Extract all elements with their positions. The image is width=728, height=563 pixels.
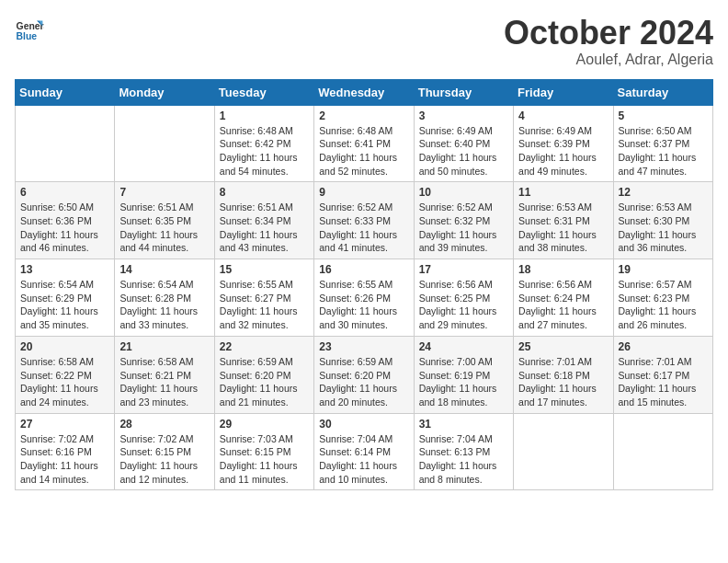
day-info: Sunrise: 6:54 AM Sunset: 6:28 PM Dayligh… xyxy=(119,278,209,332)
day-info: Sunrise: 6:55 AM Sunset: 6:27 PM Dayligh… xyxy=(220,278,309,332)
calendar-day-cell: 20Sunrise: 6:58 AM Sunset: 6:22 PM Dayli… xyxy=(16,336,115,413)
day-info: Sunrise: 6:50 AM Sunset: 6:36 PM Dayligh… xyxy=(20,201,109,255)
day-info: Sunrise: 7:02 AM Sunset: 6:15 PM Dayligh… xyxy=(119,432,209,487)
day-info: Sunrise: 7:00 AM Sunset: 6:19 PM Dayligh… xyxy=(419,355,508,409)
calendar-day-cell: 1Sunrise: 6:48 AM Sunset: 6:42 PM Daylig… xyxy=(214,105,313,182)
day-info: Sunrise: 6:48 AM Sunset: 6:41 PM Dayligh… xyxy=(319,124,408,178)
day-info: Sunrise: 6:56 AM Sunset: 6:24 PM Dayligh… xyxy=(518,278,608,332)
calendar-day-cell: 9Sunrise: 6:52 AM Sunset: 6:33 PM Daylig… xyxy=(314,182,414,259)
month-title: October 2024 xyxy=(504,15,713,52)
title-block: October 2024 Aoulef, Adrar, Algeria xyxy=(504,15,713,68)
day-info: Sunrise: 6:48 AM Sunset: 6:42 PM Dayligh… xyxy=(220,124,309,178)
calendar-day-cell: 28Sunrise: 7:02 AM Sunset: 6:15 PM Dayli… xyxy=(115,413,214,490)
day-info: Sunrise: 6:53 AM Sunset: 6:31 PM Dayligh… xyxy=(518,201,608,255)
weekday-header-thursday: Thursday xyxy=(414,79,513,105)
calendar-week-row: 13Sunrise: 6:54 AM Sunset: 6:29 PM Dayli… xyxy=(16,259,713,337)
calendar-day-cell: 19Sunrise: 6:57 AM Sunset: 6:23 PM Dayli… xyxy=(613,259,712,337)
day-info: Sunrise: 6:49 AM Sunset: 6:39 PM Dayligh… xyxy=(518,124,608,178)
day-info: Sunrise: 7:01 AM Sunset: 6:18 PM Dayligh… xyxy=(518,355,608,409)
calendar-day-cell: 14Sunrise: 6:54 AM Sunset: 6:28 PM Dayli… xyxy=(115,259,214,337)
calendar-day-cell: 4Sunrise: 6:49 AM Sunset: 6:39 PM Daylig… xyxy=(514,105,613,182)
day-number: 12 xyxy=(619,186,708,199)
day-number: 6 xyxy=(20,186,109,199)
empty-day-cell xyxy=(514,413,613,490)
day-number: 21 xyxy=(119,340,209,353)
calendar-day-cell: 24Sunrise: 7:00 AM Sunset: 6:19 PM Dayli… xyxy=(414,336,513,413)
calendar-day-cell: 7Sunrise: 6:51 AM Sunset: 6:35 PM Daylig… xyxy=(115,182,214,259)
calendar-day-cell: 13Sunrise: 6:54 AM Sunset: 6:29 PM Dayli… xyxy=(16,259,115,337)
day-info: Sunrise: 6:52 AM Sunset: 6:32 PM Dayligh… xyxy=(419,201,508,255)
calendar-week-row: 6Sunrise: 6:50 AM Sunset: 6:36 PM Daylig… xyxy=(16,182,713,259)
calendar-day-cell: 12Sunrise: 6:53 AM Sunset: 6:30 PM Dayli… xyxy=(613,182,712,259)
day-number: 7 xyxy=(119,186,209,199)
calendar-day-cell: 8Sunrise: 6:51 AM Sunset: 6:34 PM Daylig… xyxy=(214,182,313,259)
day-number: 5 xyxy=(619,109,708,122)
day-number: 8 xyxy=(220,186,309,199)
day-number: 30 xyxy=(319,418,408,431)
page-header: General Blue October 2024 Aoulef, Adrar,… xyxy=(15,15,713,68)
day-info: Sunrise: 6:59 AM Sunset: 6:20 PM Dayligh… xyxy=(319,355,408,409)
day-info: Sunrise: 6:51 AM Sunset: 6:35 PM Dayligh… xyxy=(119,201,209,255)
weekday-header-tuesday: Tuesday xyxy=(214,79,313,105)
day-number: 19 xyxy=(619,263,708,276)
svg-text:Blue: Blue xyxy=(17,31,38,41)
day-info: Sunrise: 7:01 AM Sunset: 6:17 PM Dayligh… xyxy=(619,355,708,409)
day-number: 28 xyxy=(119,418,209,431)
day-info: Sunrise: 7:02 AM Sunset: 6:16 PM Dayligh… xyxy=(20,432,109,487)
day-info: Sunrise: 6:55 AM Sunset: 6:26 PM Dayligh… xyxy=(319,278,408,332)
calendar-body: 1Sunrise: 6:48 AM Sunset: 6:42 PM Daylig… xyxy=(16,105,713,490)
day-info: Sunrise: 6:53 AM Sunset: 6:30 PM Dayligh… xyxy=(619,201,708,255)
logo: General Blue xyxy=(15,15,44,44)
day-number: 4 xyxy=(518,109,608,122)
weekday-header-saturday: Saturday xyxy=(613,79,712,105)
weekday-header-monday: Monday xyxy=(115,79,214,105)
calendar-day-cell: 10Sunrise: 6:52 AM Sunset: 6:32 PM Dayli… xyxy=(414,182,513,259)
calendar-day-cell: 18Sunrise: 6:56 AM Sunset: 6:24 PM Dayli… xyxy=(514,259,613,337)
day-info: Sunrise: 6:57 AM Sunset: 6:23 PM Dayligh… xyxy=(619,278,708,332)
day-number: 25 xyxy=(518,340,608,353)
day-number: 11 xyxy=(518,186,608,199)
day-number: 13 xyxy=(20,263,109,276)
day-info: Sunrise: 6:59 AM Sunset: 6:20 PM Dayligh… xyxy=(220,355,309,409)
calendar-day-cell: 23Sunrise: 6:59 AM Sunset: 6:20 PM Dayli… xyxy=(314,336,414,413)
weekday-header-row: SundayMondayTuesdayWednesdayThursdayFrid… xyxy=(16,79,713,105)
day-info: Sunrise: 6:58 AM Sunset: 6:21 PM Dayligh… xyxy=(119,355,209,409)
calendar-day-cell: 25Sunrise: 7:01 AM Sunset: 6:18 PM Dayli… xyxy=(514,336,613,413)
day-info: Sunrise: 6:58 AM Sunset: 6:22 PM Dayligh… xyxy=(20,355,109,409)
calendar-day-cell: 31Sunrise: 7:04 AM Sunset: 6:13 PM Dayli… xyxy=(414,413,513,490)
day-number: 15 xyxy=(220,263,309,276)
day-number: 2 xyxy=(319,109,408,122)
day-number: 27 xyxy=(20,418,109,431)
calendar-day-cell: 15Sunrise: 6:55 AM Sunset: 6:27 PM Dayli… xyxy=(214,259,313,337)
day-number: 31 xyxy=(419,418,508,431)
empty-day-cell xyxy=(115,105,214,182)
day-info: Sunrise: 7:04 AM Sunset: 6:13 PM Dayligh… xyxy=(419,432,508,487)
calendar-day-cell: 30Sunrise: 7:04 AM Sunset: 6:14 PM Dayli… xyxy=(314,413,414,490)
day-info: Sunrise: 6:50 AM Sunset: 6:37 PM Dayligh… xyxy=(619,124,708,178)
weekday-header-sunday: Sunday xyxy=(16,79,115,105)
day-number: 29 xyxy=(220,418,309,431)
calendar-day-cell: 16Sunrise: 6:55 AM Sunset: 6:26 PM Dayli… xyxy=(314,259,414,337)
day-info: Sunrise: 6:49 AM Sunset: 6:40 PM Dayligh… xyxy=(419,124,508,178)
location-subtitle: Aoulef, Adrar, Algeria xyxy=(504,52,713,68)
calendar-day-cell: 11Sunrise: 6:53 AM Sunset: 6:31 PM Dayli… xyxy=(514,182,613,259)
day-info: Sunrise: 6:56 AM Sunset: 6:25 PM Dayligh… xyxy=(419,278,508,332)
calendar-day-cell: 3Sunrise: 6:49 AM Sunset: 6:40 PM Daylig… xyxy=(414,105,513,182)
day-info: Sunrise: 6:51 AM Sunset: 6:34 PM Dayligh… xyxy=(220,201,309,255)
calendar-table: SundayMondayTuesdayWednesdayThursdayFrid… xyxy=(15,79,713,491)
calendar-day-cell: 6Sunrise: 6:50 AM Sunset: 6:36 PM Daylig… xyxy=(16,182,115,259)
calendar-day-cell: 21Sunrise: 6:58 AM Sunset: 6:21 PM Dayli… xyxy=(115,336,214,413)
logo-icon: General Blue xyxy=(15,15,44,44)
weekday-header-wednesday: Wednesday xyxy=(314,79,414,105)
calendar-week-row: 27Sunrise: 7:02 AM Sunset: 6:16 PM Dayli… xyxy=(16,413,713,490)
day-info: Sunrise: 7:03 AM Sunset: 6:15 PM Dayligh… xyxy=(220,432,309,487)
calendar-day-cell: 22Sunrise: 6:59 AM Sunset: 6:20 PM Dayli… xyxy=(214,336,313,413)
day-number: 16 xyxy=(319,263,408,276)
calendar-day-cell: 29Sunrise: 7:03 AM Sunset: 6:15 PM Dayli… xyxy=(214,413,313,490)
day-info: Sunrise: 6:54 AM Sunset: 6:29 PM Dayligh… xyxy=(20,278,109,332)
day-number: 20 xyxy=(20,340,109,353)
day-number: 23 xyxy=(319,340,408,353)
calendar-day-cell: 5Sunrise: 6:50 AM Sunset: 6:37 PM Daylig… xyxy=(613,105,712,182)
calendar-day-cell: 26Sunrise: 7:01 AM Sunset: 6:17 PM Dayli… xyxy=(613,336,712,413)
day-info: Sunrise: 7:04 AM Sunset: 6:14 PM Dayligh… xyxy=(319,432,408,487)
